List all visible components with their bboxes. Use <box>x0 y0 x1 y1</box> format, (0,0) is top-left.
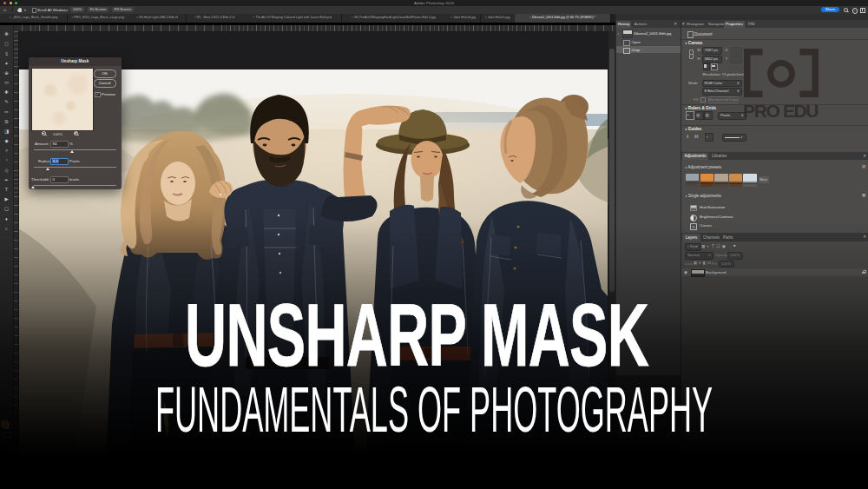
svg-text:PRO EDU: PRO EDU <box>743 101 821 120</box>
